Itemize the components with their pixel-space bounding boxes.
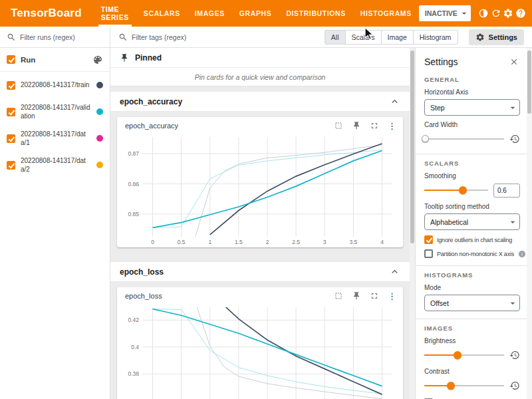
tab-time-series[interactable]: TIME SERIES <box>94 0 136 27</box>
partition-x-axis-checkbox[interactable]: Partition non-monotonic X axis <box>424 249 520 258</box>
checkbox-icon <box>424 235 433 244</box>
more-options-icon[interactable]: ⋮ <box>388 122 396 130</box>
tab-scalars[interactable]: SCALARS <box>136 0 188 27</box>
theme-toggle-icon[interactable] <box>477 5 490 22</box>
tooltip-sorting-select[interactable]: Alphabetical <box>424 213 520 230</box>
tab-images[interactable]: IMAGES <box>188 0 232 27</box>
tooltip-sorting-value: Alphabetical <box>430 218 468 226</box>
brightness-row <box>424 348 520 362</box>
run-checkbox[interactable] <box>7 161 15 170</box>
cards-scroll-area: Pinned Pin cards for a quick view and co… <box>110 48 410 399</box>
collapse-section-icon[interactable] <box>389 266 400 277</box>
histogram-mode-label: Mode <box>424 284 520 291</box>
collapse-section-icon[interactable] <box>389 96 400 107</box>
pin-icon <box>120 53 129 63</box>
run-color-dot <box>96 162 103 168</box>
pin-card-icon[interactable] <box>352 291 361 301</box>
main-scrollbar[interactable] <box>410 48 415 399</box>
scrollbar-thumb[interactable] <box>410 51 414 243</box>
divider <box>416 319 532 319</box>
fit-domain-icon[interactable] <box>334 291 343 301</box>
histogram-mode-select[interactable]: Offset <box>424 295 520 311</box>
tooltip-sorting-label: Tooltip sorting method <box>424 203 520 210</box>
chevron-down-icon <box>507 217 518 227</box>
scrollbar-thumb[interactable] <box>527 51 531 114</box>
settings-panel-header: Settings <box>424 52 520 73</box>
cards-main-area: Pinned Pin cards for a quick view and co… <box>110 48 415 399</box>
help-icon[interactable] <box>514 5 527 22</box>
run-row[interactable]: 20220808-141317/data/1 <box>0 125 110 152</box>
fullscreen-icon[interactable] <box>370 121 379 130</box>
chevron-down-icon <box>507 102 518 113</box>
color-palette-icon[interactable] <box>92 55 103 65</box>
run-checkbox[interactable] <box>7 81 15 90</box>
settings-scrollbar[interactable] <box>527 48 532 399</box>
run-checkbox[interactable] <box>7 108 15 116</box>
filter-runs-input[interactable] <box>20 33 94 41</box>
svg-text:4: 4 <box>380 239 384 245</box>
svg-text:0.87: 0.87 <box>128 150 139 157</box>
app-logo[interactable]: TensorBoard <box>11 7 82 20</box>
fit-domain-icon[interactable] <box>334 121 343 130</box>
ignore-outliers-label: Ignore outliers in chart scaling <box>437 237 512 243</box>
svg-text:0: 0 <box>151 239 154 245</box>
pinned-header: Pinned <box>110 48 410 68</box>
epoch-accuracy-chart[interactable]: 00.511.522.533.540.850.860.87 <box>120 134 399 247</box>
run-row[interactable]: 20220808-141317/data/2 <box>0 152 110 178</box>
smoothing-row <box>424 183 520 198</box>
epoch-loss-chart[interactable]: 00.511.522.533.540.360.380.40.42 <box>120 305 399 399</box>
run-row[interactable]: 20220808-141317/train <box>0 72 110 98</box>
filter-tags-input[interactable] <box>132 33 225 41</box>
chip-histogram[interactable]: Histogram <box>414 30 458 45</box>
settings-gear-icon[interactable] <box>502 5 515 22</box>
select-all-runs-checkbox[interactable] <box>7 55 15 64</box>
svg-text:2.5: 2.5 <box>292 239 300 245</box>
chip-image[interactable]: Image <box>382 30 414 45</box>
contrast-slider[interactable] <box>424 381 504 390</box>
tab-histograms[interactable]: HISTOGRAMS <box>353 0 419 27</box>
info-icon[interactable] <box>518 250 526 258</box>
runs-list-header: Run <box>0 48 110 72</box>
card-width-label: Card Width <box>424 121 520 128</box>
tab-graphs[interactable]: GRAPHS <box>232 0 279 27</box>
chip-scalars[interactable]: Scalars <box>346 30 382 45</box>
tab-distributions[interactable]: DISTRIBUTIONS <box>279 0 352 27</box>
runs-column-header: Run <box>21 56 87 64</box>
run-checkbox[interactable] <box>7 134 15 143</box>
chip-all[interactable]: All <box>325 30 346 45</box>
smoothing-input[interactable] <box>493 184 520 198</box>
section-body: epoch_accuracy ⋮ 00.511.522.533.540.850.… <box>110 112 410 257</box>
smoothing-slider[interactable] <box>424 186 488 195</box>
ignore-outliers-checkbox[interactable]: Ignore outliers in chart scaling <box>424 235 520 244</box>
svg-text:1.5: 1.5 <box>235 239 243 245</box>
svg-text:0.4: 0.4 <box>131 344 139 350</box>
tag-type-filter-chips: All Scalars Image Histogram <box>325 30 458 45</box>
reload-status-dropdown[interactable]: INACTIVE <box>419 5 471 21</box>
run-name: 20220808-141317/train <box>21 80 91 90</box>
section-header-epoch-loss[interactable]: epoch_loss <box>110 262 410 282</box>
contrast-label: Contrast <box>424 368 520 375</box>
reset-card-width-icon[interactable] <box>509 134 520 144</box>
refresh-icon[interactable] <box>489 5 502 22</box>
card-toolbar: ⋮ <box>334 291 396 301</box>
smoothing-label: Smoothing <box>424 172 520 180</box>
svg-text:3: 3 <box>323 239 327 245</box>
reset-contrast-icon[interactable] <box>509 380 520 391</box>
main-nav: TIME SERIES SCALARS IMAGES GRAPHS DISTRI… <box>94 0 419 27</box>
pinned-section: Pinned Pin cards for a quick view and co… <box>110 48 410 86</box>
chevron-down-icon <box>507 298 518 309</box>
fullscreen-icon[interactable] <box>370 291 379 301</box>
brightness-slider[interactable] <box>424 350 504 360</box>
reset-brightness-icon[interactable] <box>509 350 520 360</box>
close-icon[interactable] <box>508 56 520 68</box>
tag-section-epoch-loss: epoch_loss epoch_loss ⋮ <box>110 262 410 399</box>
horizontal-axis-select[interactable]: Step <box>424 99 520 116</box>
pin-card-icon[interactable] <box>352 121 361 130</box>
section-header-epoch-accuracy[interactable]: epoch_accuracy <box>110 92 410 112</box>
settings-button[interactable]: Settings <box>469 29 524 45</box>
card-width-slider[interactable] <box>424 134 504 144</box>
contrast-row <box>424 378 520 393</box>
more-options-icon[interactable]: ⋮ <box>388 292 396 301</box>
run-row[interactable]: 20220808-141317/validation <box>0 98 110 125</box>
divider <box>416 265 532 266</box>
